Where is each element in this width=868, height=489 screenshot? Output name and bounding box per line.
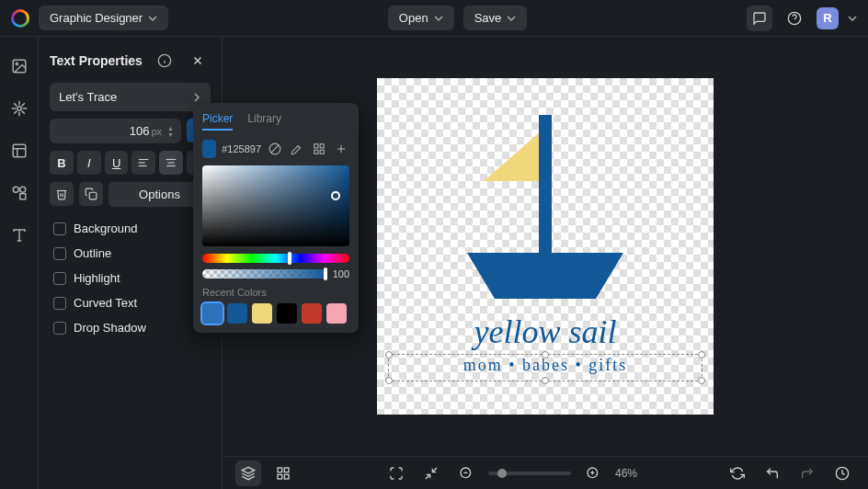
bold-button[interactable]: B xyxy=(50,151,74,175)
zoom-knob[interactable] xyxy=(497,469,507,478)
history-icon xyxy=(835,466,850,481)
text-icon xyxy=(11,227,28,244)
plus-icon xyxy=(586,466,600,481)
font-size-input[interactable]: 106 px ▲▼ xyxy=(50,119,181,143)
svg-rect-36 xyxy=(278,468,282,472)
help-button[interactable] xyxy=(782,6,807,31)
panel-close[interactable] xyxy=(185,48,211,74)
selection-handle[interactable] xyxy=(385,377,393,384)
selection-handle[interactable] xyxy=(698,377,705,384)
eyedropper-button[interactable] xyxy=(289,141,305,157)
check-outline[interactable]: Outline xyxy=(50,241,211,266)
undo-button[interactable] xyxy=(760,461,785,486)
boat-graphic[interactable] xyxy=(440,97,651,299)
chevron-right-icon xyxy=(192,93,201,102)
grid-button[interactable] xyxy=(270,461,296,486)
apps-icon xyxy=(276,466,291,481)
rail-templates[interactable] xyxy=(6,138,32,164)
rail-text[interactable] xyxy=(6,222,32,248)
fit-button[interactable] xyxy=(418,461,444,486)
saturation-value-area[interactable] xyxy=(202,165,349,246)
align-left-button[interactable] xyxy=(131,151,155,175)
recent-color-swatch[interactable] xyxy=(227,303,247,324)
close-icon xyxy=(191,54,204,67)
checkbox xyxy=(53,272,66,285)
size-down[interactable]: ▼ xyxy=(167,131,174,138)
selection-box[interactable] xyxy=(388,354,702,381)
svg-line-41 xyxy=(426,474,430,479)
fit-icon xyxy=(424,466,439,481)
add-color-button[interactable] xyxy=(333,141,349,157)
italic-button[interactable]: I xyxy=(77,151,101,175)
copy-icon xyxy=(85,188,97,200)
recent-color-swatch[interactable] xyxy=(202,303,223,324)
check-highlight[interactable]: Highlight xyxy=(50,266,211,290)
svg-rect-37 xyxy=(284,468,289,472)
artboard[interactable]: yellow sail mom • babes • gifts xyxy=(377,78,714,415)
role-label: Graphic Designer xyxy=(50,11,143,25)
size-up[interactable]: ▲ xyxy=(167,125,174,131)
image-icon xyxy=(11,58,28,74)
picker-tab-picker[interactable]: Picker xyxy=(202,112,233,131)
artwork-title[interactable]: yellow sail xyxy=(377,313,714,351)
svg-point-7 xyxy=(13,187,18,192)
app-logo[interactable] xyxy=(11,9,29,28)
selection-handle[interactable] xyxy=(542,377,549,384)
selection-handle[interactable] xyxy=(385,351,393,358)
recent-color-swatch[interactable] xyxy=(326,303,347,324)
zoom-slider[interactable] xyxy=(488,472,571,475)
hue-cursor[interactable] xyxy=(288,252,291,265)
italic-icon: I xyxy=(87,156,91,170)
check-curved-text[interactable]: Curved Text xyxy=(50,290,211,315)
refresh-icon xyxy=(730,466,745,481)
align-left-icon xyxy=(137,156,150,169)
alpha-slider[interactable] xyxy=(202,269,327,279)
svg-rect-29 xyxy=(314,150,318,154)
checkbox xyxy=(53,247,66,260)
align-center-button[interactable] xyxy=(159,151,183,175)
picker-tab-library[interactable]: Library xyxy=(247,112,281,131)
open-menu[interactable]: Open xyxy=(388,6,454,30)
palette-grid-button[interactable] xyxy=(311,141,327,157)
svg-marker-33 xyxy=(484,131,541,181)
eyedropper-icon xyxy=(291,142,303,155)
check-drop-shadow[interactable]: Drop Shadow xyxy=(50,315,211,340)
rail-image[interactable] xyxy=(6,53,32,79)
redo-icon xyxy=(800,466,815,481)
alpha-value: 100 xyxy=(333,268,349,279)
chevron-down-icon[interactable] xyxy=(848,14,857,23)
duplicate-button[interactable] xyxy=(79,182,103,206)
history-button[interactable] xyxy=(829,461,855,486)
delete-button[interactable] xyxy=(50,182,74,206)
zoom-in-button[interactable] xyxy=(580,461,606,486)
fullscreen-button[interactable] xyxy=(383,461,409,486)
comments-button[interactable] xyxy=(747,6,772,31)
refresh-button[interactable] xyxy=(725,461,750,486)
svg-rect-34 xyxy=(539,115,552,262)
user-avatar[interactable]: R xyxy=(817,7,839,29)
sv-cursor[interactable] xyxy=(331,191,340,200)
svg-marker-35 xyxy=(242,467,254,473)
role-dropdown[interactable]: Graphic Designer xyxy=(39,6,168,30)
layers-button[interactable] xyxy=(235,461,261,486)
no-color-button[interactable] xyxy=(267,141,283,157)
minus-icon xyxy=(459,466,474,481)
recent-color-swatch[interactable] xyxy=(252,303,272,324)
underline-button[interactable]: U xyxy=(105,151,129,175)
zoom-out-button[interactable] xyxy=(453,461,479,486)
hex-input[interactable]: #125897 xyxy=(222,143,261,154)
hue-slider[interactable] xyxy=(202,254,349,263)
alpha-cursor[interactable] xyxy=(324,267,327,280)
recent-color-swatch[interactable] xyxy=(302,303,322,324)
redo-button[interactable] xyxy=(794,461,820,486)
font-family-select[interactable]: Let's Trace xyxy=(50,83,211,111)
selection-handle[interactable] xyxy=(542,351,549,358)
rail-shapes[interactable] xyxy=(6,180,32,206)
save-menu[interactable]: Save xyxy=(463,6,528,30)
recent-color-swatch[interactable] xyxy=(277,303,297,324)
panel-info[interactable] xyxy=(152,48,177,74)
selection-handle[interactable] xyxy=(698,351,705,358)
rail-adjust[interactable] xyxy=(6,96,32,121)
svg-line-40 xyxy=(432,468,437,472)
check-background[interactable]: Background xyxy=(50,216,211,241)
